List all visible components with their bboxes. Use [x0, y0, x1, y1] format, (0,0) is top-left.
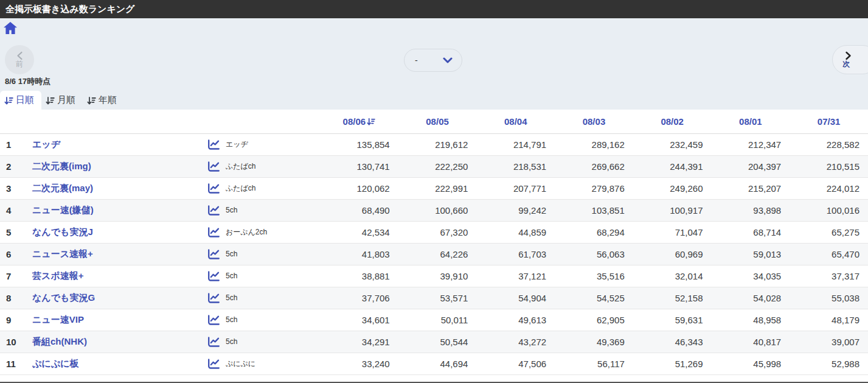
rank-cell: 2 [0, 155, 32, 177]
board-link[interactable]: なんでも実況J [32, 227, 93, 237]
rank-cell: 3 [0, 177, 32, 199]
date-column-header[interactable]: 08/02 [633, 110, 712, 133]
source-label: 5ch [226, 206, 237, 215]
date-column-label: 08/02 [661, 116, 684, 127]
rank-cell: 11 [0, 353, 32, 374]
source-label: 5ch [226, 294, 237, 303]
line-chart-icon[interactable] [207, 271, 220, 282]
board-link[interactable]: ぷにぷに板 [32, 358, 78, 368]
board-link[interactable]: エッヂ [32, 139, 60, 149]
count-cell: 61,703 [476, 243, 555, 265]
source-cell: 5ch [207, 243, 320, 265]
next-button-label: 次 [842, 60, 850, 69]
chevron-left-icon [16, 51, 23, 60]
source-cell: 5ch [207, 331, 320, 353]
board-link[interactable]: 番組ch(NHK) [32, 336, 87, 346]
board-link[interactable]: 二次元裏(img) [32, 161, 91, 171]
count-cell: 44,859 [476, 221, 555, 243]
prev-button-label: 前 [16, 60, 23, 68]
tab-yearly[interactable]: 年順 [83, 91, 124, 110]
count-cell: 37,706 [320, 287, 398, 309]
count-cell: 224,012 [790, 177, 868, 199]
line-chart-icon[interactable] [207, 227, 220, 238]
count-cell: 48,958 [712, 309, 790, 331]
sort-descending-icon [46, 96, 55, 105]
date-column-header[interactable]: 08/04 [476, 110, 555, 133]
date-column-label: 07/31 [818, 116, 841, 127]
count-cell: 215,207 [712, 177, 790, 199]
date-column-header[interactable]: 07/31 [790, 110, 868, 133]
board-link[interactable]: なんでも実況G [32, 292, 95, 303]
board-column-header [32, 110, 207, 133]
source-cell: 5ch [207, 309, 320, 331]
count-cell: 38,881 [320, 265, 398, 287]
date-column-header[interactable]: 08/01 [712, 110, 790, 133]
line-chart-icon[interactable] [207, 249, 220, 260]
source-cell: ふたばch [207, 155, 320, 177]
count-cell: 49,613 [476, 309, 555, 331]
count-cell: 53,571 [398, 287, 477, 309]
line-chart-icon[interactable] [207, 293, 220, 304]
table-row: 4ニュー速(嫌儲)5ch68,490100,66099,242103,85110… [0, 199, 868, 221]
count-cell: 100,660 [398, 199, 477, 221]
board-name-cell: 二次元裏(img) [32, 155, 207, 177]
board-link[interactable]: 二次元裏(may) [32, 183, 93, 193]
count-cell: 210,515 [790, 155, 868, 177]
tab-label: 年順 [99, 94, 117, 106]
count-cell: 47,506 [476, 353, 555, 374]
date-column-header[interactable]: 08/05 [398, 110, 477, 133]
board-name-cell: エッヂ [32, 133, 207, 155]
line-chart-icon[interactable] [207, 139, 220, 150]
table-row: 9ニュー速VIP5ch34,60150,01149,61362,90559,63… [0, 309, 868, 331]
board-link[interactable]: 芸スポ速報+ [32, 270, 83, 281]
count-cell: 135,854 [320, 133, 398, 155]
count-cell: 100,917 [633, 199, 712, 221]
sort-descending-icon [367, 118, 375, 126]
count-cell: 100,016 [790, 199, 868, 221]
rank-cell: 4 [0, 199, 32, 221]
line-chart-icon[interactable] [207, 337, 220, 348]
source-cell: エッヂ [207, 133, 320, 155]
table-row: 1エッヂエッヂ135,854219,612214,791289,162232,4… [0, 133, 868, 155]
count-cell: 33,240 [320, 353, 398, 374]
timestamp: 8/6 17時時点 [5, 76, 50, 87]
date-column-header[interactable]: 08/06 [320, 110, 398, 133]
board-link[interactable]: ニュー速(嫌儲) [32, 205, 94, 215]
tab-monthly[interactable]: 月順 [41, 91, 83, 110]
count-cell: 54,904 [476, 287, 555, 309]
home-icon[interactable] [3, 21, 18, 35]
period-dropdown[interactable]: - [404, 49, 462, 72]
rank-column-header [0, 110, 32, 133]
source-cell: 5ch [207, 287, 320, 309]
sort-descending-icon [87, 96, 96, 105]
line-chart-icon[interactable] [207, 315, 220, 326]
board-name-cell: なんでも実況G [32, 287, 207, 309]
source-label: ぷにぷに [226, 359, 255, 368]
board-link[interactable]: ニュー速VIP [32, 314, 84, 325]
source-label: おーぷん2ch [226, 228, 267, 236]
date-column-header[interactable]: 08/03 [555, 110, 633, 133]
tab-label: 月順 [57, 94, 75, 106]
prev-button[interactable]: 前 [5, 45, 34, 74]
table-row: 11ぷにぷに板ぷにぷに33,24044,69447,50656,11751,26… [0, 353, 868, 374]
count-cell: 50,011 [398, 309, 477, 331]
count-cell: 204,397 [712, 155, 790, 177]
line-chart-icon[interactable] [207, 183, 220, 194]
board-name-cell: ニュー速VIP [32, 309, 207, 331]
line-chart-icon[interactable] [207, 359, 220, 370]
source-cell: 5ch [207, 199, 320, 221]
count-cell: 269,662 [555, 155, 633, 177]
line-chart-icon[interactable] [207, 161, 220, 172]
rank-cell: 5 [0, 221, 32, 243]
next-button[interactable]: 次 [832, 45, 868, 74]
line-chart-icon[interactable] [207, 205, 220, 216]
count-cell: 103,851 [555, 199, 633, 221]
count-cell: 64,226 [398, 243, 477, 265]
count-cell: 41,803 [320, 243, 398, 265]
board-link[interactable]: ニュース速報+ [32, 248, 93, 259]
count-cell: 289,162 [555, 133, 633, 155]
count-cell: 44,694 [398, 353, 477, 374]
tab-daily[interactable]: 日順 [0, 91, 41, 110]
count-cell: 222,991 [398, 177, 477, 199]
count-cell: 40,817 [712, 331, 790, 353]
